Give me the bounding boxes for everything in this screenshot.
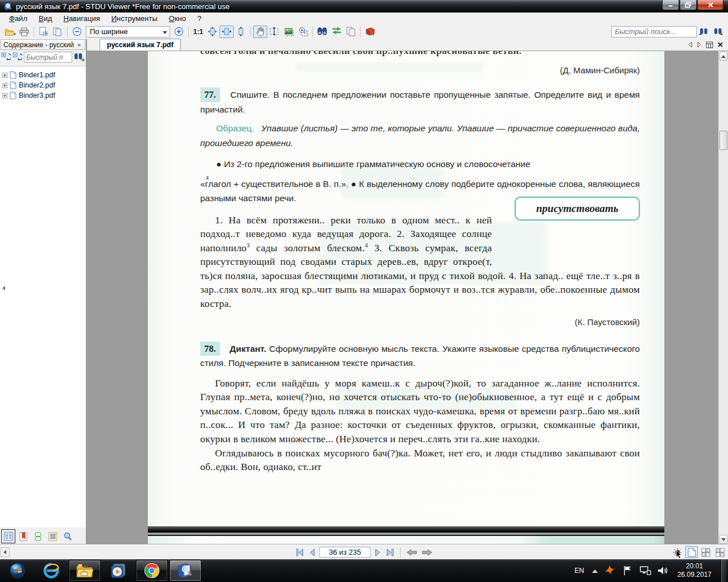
page-navigation	[296, 545, 433, 559]
close-tab-icon[interactable]	[717, 41, 723, 48]
contents-find-icon[interactable]	[74, 53, 85, 61]
first-page-button[interactable]	[296, 548, 305, 557]
network-icon[interactable]	[639, 565, 651, 576]
tab-scroll-left-icon[interactable]	[688, 41, 693, 48]
menu-tools[interactable]: Инструменты	[106, 13, 163, 24]
tab-list-icon[interactable]	[706, 41, 713, 48]
action-center-flag-icon[interactable]	[622, 565, 633, 576]
find-next-icon	[713, 28, 723, 35]
volume-icon[interactable]	[657, 565, 668, 576]
taskbar-clock[interactable]: 20:01 26.09.2017	[674, 562, 715, 579]
select-image-tool-button[interactable]	[282, 26, 296, 38]
vertical-scrollbar[interactable]	[718, 51, 728, 544]
start-button[interactable]	[2, 560, 34, 581]
taskbar-file-explorer[interactable]	[69, 560, 101, 581]
actual-size-button[interactable]: 1:1	[191, 26, 205, 38]
toolbar-separator	[250, 27, 251, 37]
quick-search-input[interactable]	[611, 26, 697, 38]
brightness-button[interactable]	[671, 546, 684, 558]
expand-plus-icon[interactable]	[2, 83, 7, 88]
menu-view[interactable]: Вид	[33, 13, 58, 24]
page-number-input[interactable]	[320, 547, 371, 558]
tab-thumbnails[interactable]	[31, 529, 45, 543]
select-text-tool-button[interactable]	[267, 26, 282, 38]
splitter-collapse-handle[interactable]	[0, 284, 4, 292]
find-previous-button[interactable]	[697, 26, 711, 38]
bookmarks-button[interactable]	[363, 26, 377, 38]
scroll-up-button[interactable]	[719, 52, 727, 61]
zoom-region-tool-button[interactable]	[296, 26, 310, 38]
find-button[interactable]	[315, 26, 329, 38]
document-tab[interactable]: русский язык 7.pdf	[100, 39, 181, 51]
clock-time: 20:01	[677, 562, 712, 571]
contents-search-input[interactable]	[24, 52, 72, 63]
history-back-button[interactable]	[407, 548, 418, 556]
zoom-in-button[interactable]	[172, 26, 186, 38]
exercise-78-instructions: Сформулируйте основную мысль текста. Ука…	[200, 344, 640, 368]
expand-plus-icon[interactable]	[2, 73, 7, 78]
open-file-button[interactable]	[3, 26, 17, 38]
minimize-button[interactable]	[662, 0, 679, 10]
hand-tool-button[interactable]	[253, 26, 267, 38]
compare-button[interactable]	[329, 26, 344, 38]
mouse-cursor	[676, 550, 682, 559]
taskbar-chrome[interactable]	[136, 560, 168, 581]
history-forward-button[interactable]	[421, 548, 433, 556]
expand-all-icon[interactable]	[1, 52, 11, 62]
menu-window[interactable]: Окно	[163, 13, 192, 24]
show-desktop-button[interactable]	[721, 559, 727, 582]
zoom-mode-select[interactable]: По ширине	[86, 26, 170, 38]
single-page-layout-button[interactable]	[685, 546, 698, 558]
close-button[interactable]	[697, 0, 723, 10]
internet-explorer-icon	[43, 562, 60, 579]
tree-item-binder2[interactable]: Binder2.pdf	[2, 80, 84, 90]
previous-page-button[interactable]	[308, 548, 316, 557]
collapse-all-icon[interactable]	[13, 52, 22, 62]
zoom-out-button[interactable]	[70, 26, 84, 38]
fit-width-button[interactable]	[220, 26, 234, 38]
menu-navigation[interactable]: Навигация	[58, 13, 106, 24]
highlight-word-box: присутствовать	[515, 197, 640, 221]
print-button[interactable]	[17, 26, 31, 38]
facing-pages-layout-button[interactable]	[700, 546, 712, 558]
fit-height-button[interactable]	[234, 26, 248, 38]
actual-size-icon: 1:1	[193, 28, 203, 36]
avast-tray-icon[interactable]	[603, 564, 616, 577]
document-view[interactable]: совсем голы и печально свесили свои пр..…	[87, 51, 728, 544]
tab-contents[interactable]	[1, 529, 15, 543]
show-hidden-icons-button[interactable]	[592, 567, 598, 573]
export-page-button[interactable]	[36, 26, 51, 38]
tree-item-binder1[interactable]: Binder1.pdf	[2, 70, 84, 80]
taskbar-media-player[interactable]	[102, 560, 134, 581]
tab-scroll-right-icon[interactable]	[697, 41, 702, 48]
expand-plus-icon[interactable]	[2, 93, 7, 98]
find-next-button[interactable]	[711, 26, 725, 38]
scroll-down-button[interactable]	[719, 535, 727, 544]
export-all-button[interactable]	[51, 26, 65, 38]
taskbar-internet-explorer[interactable]	[35, 560, 67, 581]
taskbar-stdu-viewer[interactable]	[169, 560, 201, 581]
pdf-document-icon	[10, 92, 16, 99]
restore-button[interactable]	[680, 0, 697, 10]
menu-file[interactable]: Файл	[3, 13, 33, 24]
tree-item-label: Binder3.pdf	[19, 92, 55, 99]
panel-scroll-left-button[interactable]	[0, 547, 10, 557]
tab-pages[interactable]	[46, 529, 60, 543]
scrollbar-thumb[interactable]	[719, 131, 727, 150]
tree-item-binder3[interactable]: Binder3.pdf	[2, 90, 84, 101]
contents-panel-close-button[interactable]: ×	[76, 41, 82, 48]
exercise-77-sentences: 1. На всём протяжени.. реки только в одн…	[200, 213, 640, 311]
status-bar	[0, 544, 728, 559]
tab-bookmarks[interactable]	[16, 529, 30, 543]
find-icon	[317, 27, 328, 36]
last-page-button[interactable]	[386, 548, 395, 557]
fit-page-button[interactable]	[205, 26, 220, 38]
bookmark-ribbon-icon	[19, 532, 28, 541]
title-bar[interactable]: русский язык 7.pdf - STDU Viewer *Free f…	[0, 0, 728, 13]
menu-help[interactable]: ?	[192, 13, 207, 24]
copy-button[interactable]	[344, 26, 358, 38]
language-indicator[interactable]: EN	[572, 566, 586, 576]
tab-search[interactable]	[60, 529, 75, 543]
continuous-layout-button[interactable]	[714, 546, 726, 558]
next-page-button[interactable]	[374, 548, 382, 557]
